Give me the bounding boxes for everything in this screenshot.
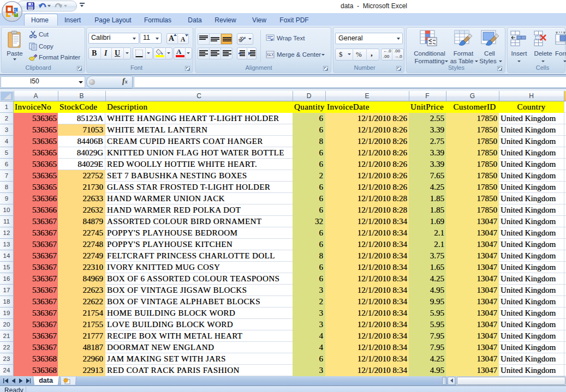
svg-text:ab: ab bbox=[239, 35, 246, 43]
